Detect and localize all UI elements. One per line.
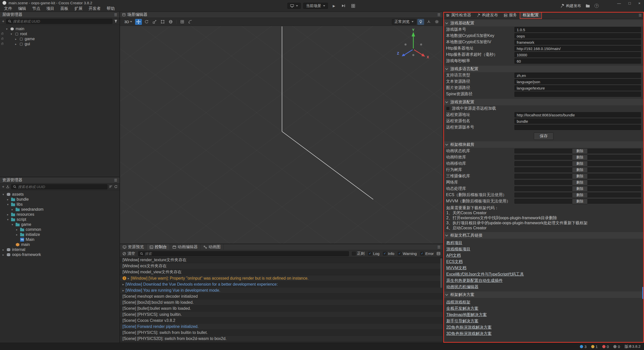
log-row[interactable]: [Scene] [PHYSICS]: switch from builtin t… xyxy=(120,330,443,336)
tree-item-main[interactable]: ▾main xyxy=(0,26,119,31)
tree-item-main[interactable]: main xyxy=(0,242,119,247)
hierarchy-search-input[interactable] xyxy=(13,19,110,23)
filter-icon[interactable] xyxy=(114,20,117,23)
tree-item-Main[interactable]: TSMain xyxy=(0,237,119,242)
layout-button[interactable] xyxy=(350,3,357,9)
collapse-icon[interactable]: ▾ xyxy=(6,203,10,206)
checkbox-icon[interactable]: ✓ xyxy=(420,252,424,255)
log-row[interactable]: [Window] render_texture文件夹存在 xyxy=(120,257,443,263)
checkbox-icon[interactable]: ✓ xyxy=(383,252,387,255)
log-row[interactable]: [Scene] [PHYSICS]: using builtin. xyxy=(120,312,443,318)
collapse-icon[interactable]: ▾ xyxy=(10,32,13,36)
section-solutions[interactable]: 框架解决方案 xyxy=(443,291,644,298)
tree-item-libs[interactable]: ▾libs xyxy=(0,202,119,207)
scene-viewport[interactable]: Y X Z xyxy=(120,26,443,244)
collapse-logs-icon[interactable] xyxy=(437,252,440,255)
sort-icon[interactable] xyxy=(109,185,112,188)
warning-counter[interactable]: 1 xyxy=(591,344,598,349)
tab-asset-preview[interactable]: 资源预览 xyxy=(120,244,147,250)
preview-target-select[interactable] xyxy=(288,3,301,9)
checkbox-icon[interactable]: ✓ xyxy=(398,252,401,255)
section-i18n-config[interactable]: 游戏多语言配置 xyxy=(443,66,644,72)
expand-icon[interactable]: ▸ xyxy=(14,42,18,46)
play-button[interactable]: ▶ xyxy=(331,3,338,9)
link-Excel格式转Json文件与TypeScript代码工具[interactable]: Excel格式转Json文件与TypeScript代码工具 xyxy=(446,271,524,277)
log-row[interactable]: [Scene] [box2d]:box2d wasm lib loaded. xyxy=(120,299,443,305)
tree-item-script[interactable]: ▾script xyxy=(0,217,119,222)
panel-menu-icon[interactable]: ☰ xyxy=(638,13,642,17)
log-row[interactable]: [Scene] meshopt wasm decoder initialized xyxy=(120,293,443,299)
axis-gizmo[interactable]: Y X Z xyxy=(394,28,432,66)
expand-icon[interactable]: ▸ xyxy=(128,277,129,280)
refresh-icon[interactable] xyxy=(114,185,117,188)
log-row[interactable]: ▸[Window] Download the Vue Devtools exte… xyxy=(120,281,443,287)
minimize-button[interactable]: — xyxy=(617,1,621,5)
section-resource-config[interactable]: 游戏资源配置 xyxy=(443,99,644,105)
rotate-tool-button[interactable] xyxy=(143,19,150,25)
expand-icon[interactable]: ▸ xyxy=(6,213,10,216)
rect-tool-button[interactable] xyxy=(159,19,166,25)
menu-item[interactable]: 编辑 xyxy=(15,6,29,11)
gizmo-settings-button[interactable] xyxy=(425,19,432,25)
menu-item[interactable]: 帮助 xyxy=(104,6,118,11)
panel-menu-icon[interactable]: ☰ xyxy=(437,13,440,17)
tree-item-initialize[interactable]: ▸initialize xyxy=(0,232,119,237)
clear-console-button[interactable]: 清空 xyxy=(123,251,135,256)
panel-menu-icon[interactable]: ☰ xyxy=(437,245,440,249)
delete-button[interactable]: 删除 xyxy=(572,148,588,154)
collapse-icon[interactable]: ▾ xyxy=(11,223,14,226)
link-游戏模板项目[interactable]: 游戏模板项目 xyxy=(446,246,470,252)
property-input[interactable]: http://localhost:8083/assets/bundle xyxy=(514,112,641,117)
add-asset-button[interactable]: + xyxy=(2,185,4,189)
link-3D角色扮演游戏解决方案[interactable]: 3D角色扮演游戏解决方案 xyxy=(446,330,492,337)
snap-rotate-button[interactable] xyxy=(187,19,194,25)
menu-item[interactable]: 文件 xyxy=(1,6,15,11)
notice-counter[interactable]: 0 xyxy=(613,344,620,349)
step-button[interactable] xyxy=(340,3,347,9)
mode-3d-button[interactable]: 3D xyxy=(123,20,134,24)
light-toggle-button[interactable] xyxy=(417,19,424,25)
filter-Warning[interactable]: ✓Warning xyxy=(398,251,417,256)
tab-animation-editor[interactable]: 动画编辑器 xyxy=(170,244,201,250)
tab-service[interactable]: 服务 xyxy=(501,12,520,19)
console-scrollbar[interactable] xyxy=(440,258,442,288)
tree-item-game[interactable]: ▸game xyxy=(0,36,119,41)
checkbox-icon[interactable] xyxy=(446,107,450,110)
maximize-button[interactable]: □ xyxy=(628,1,631,5)
tab-build-publish[interactable]: 构建发布 xyxy=(474,12,501,19)
link-MVVM文档[interactable]: MVVM文档 xyxy=(446,265,466,271)
property-input[interactable]: language/texture xyxy=(514,85,641,91)
delete-button[interactable]: 删除 xyxy=(572,161,588,166)
assets-search-input[interactable] xyxy=(18,185,105,189)
link-战棋游戏框架[interactable]: 战棋游戏框架 xyxy=(446,299,470,305)
project-folder-button[interactable] xyxy=(586,4,590,8)
property-input[interactable]: framework xyxy=(514,39,641,45)
expand-icon[interactable]: ▸ xyxy=(15,228,19,231)
delete-button[interactable]: 删除 xyxy=(572,167,588,173)
link-ECS文档[interactable]: ECS文档 xyxy=(446,258,463,265)
move-tool-button[interactable] xyxy=(135,19,142,25)
scene-camera-select[interactable]: 当前场景 xyxy=(303,3,328,9)
delete-button[interactable]: 删除 xyxy=(572,155,588,160)
tree-item-internal[interactable]: ▸internal xyxy=(0,247,119,252)
link-全栈开发解决方案[interactable]: 全栈开发解决方案 xyxy=(446,305,478,312)
scene-settings-button[interactable] xyxy=(433,19,440,25)
log-row[interactable]: [Window] ecs文件夹存在 xyxy=(120,263,443,269)
log-row[interactable]: [Scene] Cocos Creator v3.8.2 xyxy=(120,318,443,324)
panel-menu-icon[interactable]: ☰ xyxy=(114,13,117,17)
expand-icon[interactable]: ▸ xyxy=(11,208,14,211)
log-row[interactable]: [Scene] [bullet]:bullet wasm lib loaded. xyxy=(120,305,443,312)
tree-item-root[interactable]: ▾root xyxy=(0,31,119,36)
menu-item[interactable]: 项目 xyxy=(43,6,57,11)
property-input[interactable] xyxy=(514,92,641,97)
property-input[interactable]: bundle xyxy=(514,118,641,124)
tab-property-inspector[interactable]: 属性检查器 xyxy=(443,12,474,19)
property-input[interactable]: 60 xyxy=(514,58,641,64)
property-input[interactable] xyxy=(514,125,641,130)
link-教程项目[interactable]: 教程项目 xyxy=(446,240,462,246)
error-counter[interactable]: 0 xyxy=(602,344,609,349)
lock-icon[interactable] xyxy=(1,33,3,35)
collapse-icon[interactable]: ▾ xyxy=(6,218,10,221)
delete-button[interactable]: 删除 xyxy=(572,180,588,185)
checkbox-icon[interactable] xyxy=(352,252,356,255)
